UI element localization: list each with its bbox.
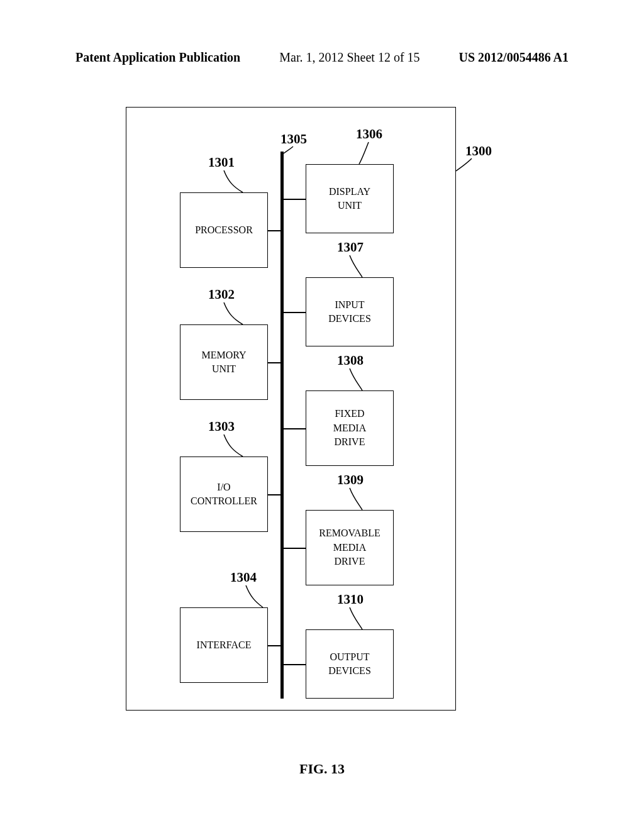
lead-1301	[221, 169, 246, 194]
connector-interface	[268, 645, 280, 646]
interface-block: INTERFACE	[180, 607, 268, 683]
connector-input	[284, 312, 306, 313]
system-block-diagram: PROCESSOR 1301 MEMORY UNIT 1302 I/O CONT…	[126, 107, 456, 711]
output-label-1: OUTPUT	[330, 650, 369, 664]
fixed-label-1: FIXED	[335, 407, 364, 421]
input-label-1: INPUT	[335, 298, 364, 312]
fixed-media-block: FIXED MEDIA DRIVE	[306, 390, 394, 466]
ref-1309: 1309	[337, 472, 364, 488]
io-controller-block: I/O CONTROLLER	[180, 456, 268, 532]
display-label-2: UNIT	[338, 199, 362, 213]
fixed-label-3: DRIVE	[335, 435, 365, 449]
memory-label-1: MEMORY	[201, 348, 246, 362]
display-label-1: DISPLAY	[329, 185, 370, 199]
header-publication: Patent Application Publication	[75, 50, 240, 65]
lead-1305	[284, 145, 303, 158]
lead-1304	[243, 584, 268, 609]
display-block: DISPLAY UNIT	[306, 164, 394, 233]
memory-block: MEMORY UNIT	[180, 324, 268, 400]
lead-1309	[347, 487, 372, 512]
lead-1303	[221, 433, 246, 458]
output-label-2: DEVICES	[328, 664, 371, 678]
processor-label: PROCESSOR	[195, 223, 253, 237]
system-bus	[280, 152, 284, 699]
connector-io	[268, 494, 280, 495]
ref-1301: 1301	[208, 155, 235, 170]
connector-output	[284, 664, 306, 665]
header-date-sheet: Mar. 1, 2012 Sheet 12 of 15	[279, 50, 419, 65]
ref-1306: 1306	[356, 126, 382, 142]
lead-1300	[453, 157, 478, 176]
removable-media-block: REMOVABLE MEDIA DRIVE	[306, 510, 394, 585]
output-devices-block: OUTPUT DEVICES	[306, 629, 394, 699]
lead-1306	[359, 141, 384, 166]
connector-display	[284, 199, 306, 200]
io-label-2: CONTROLLER	[191, 494, 257, 508]
ref-1308: 1308	[337, 353, 364, 368]
lead-1310	[347, 606, 372, 631]
connector-fixed	[284, 428, 306, 429]
connector-memory	[268, 362, 280, 363]
connector-removable	[284, 548, 306, 549]
ref-1302: 1302	[208, 287, 235, 302]
connector-processor	[268, 230, 280, 231]
fixed-label-2: MEDIA	[333, 421, 366, 435]
header-pub-number: US 2012/0054486 A1	[459, 50, 569, 65]
lead-1302	[221, 301, 246, 326]
ref-1307: 1307	[337, 240, 364, 255]
removable-label-1: REMOVABLE	[319, 526, 380, 540]
ref-1304: 1304	[230, 570, 257, 585]
ref-1303: 1303	[208, 419, 235, 434]
figure-caption: FIG. 13	[0, 761, 644, 777]
removable-label-3: DRIVE	[335, 555, 365, 568]
processor-block: PROCESSOR	[180, 192, 268, 268]
input-devices-block: INPUT DEVICES	[306, 277, 394, 346]
ref-1310: 1310	[337, 592, 364, 607]
input-label-2: DEVICES	[328, 312, 371, 326]
lead-1308	[347, 367, 372, 392]
memory-label-2: UNIT	[212, 362, 236, 376]
lead-1307	[347, 254, 372, 279]
interface-label: INTERFACE	[197, 638, 252, 652]
removable-label-2: MEDIA	[333, 541, 366, 555]
io-label-1: I/O	[217, 480, 230, 494]
